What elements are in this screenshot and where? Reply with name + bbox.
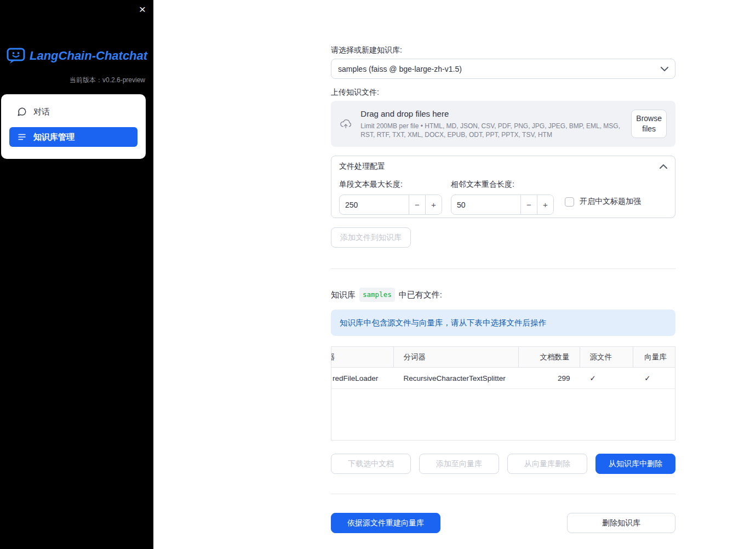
divider: [331, 494, 675, 494]
expander-header[interactable]: 文件处理配置: [331, 156, 675, 176]
cell-value: 299: [558, 374, 570, 382]
logo-chat-icon: [7, 47, 25, 65]
logo-text: LangChain-Chatchat: [30, 49, 147, 63]
chevron-up-icon: [660, 164, 667, 169]
zh-title-enhance-checkbox[interactable]: 开启中文标题加强: [565, 197, 641, 207]
cell-doc-count: 299: [519, 368, 581, 388]
increment-button[interactable]: +: [537, 195, 553, 214]
header-label: 向量库: [644, 352, 667, 362]
cell-source-file-check: ✓: [580, 368, 633, 388]
checkbox-label: 开启中文标题加强: [580, 197, 641, 207]
file-dropzone[interactable]: Drag and drop files here Limit 200MB per…: [331, 101, 675, 147]
download-selected-button[interactable]: 下载选中文档: [331, 454, 411, 474]
add-files-to-kb-button[interactable]: 添加文件到知识库: [331, 227, 411, 248]
cell-value: redFileLoader: [333, 374, 378, 382]
expander-title: 文件处理配置: [339, 162, 385, 171]
chunk-overlap-value[interactable]: [451, 195, 520, 214]
table-header-source-file[interactable]: 源文件: [580, 347, 633, 367]
chunk-overlap-field: 相邻文本重合长度: − +: [451, 180, 554, 215]
kb-bottom-actions: 依据源文件重建向量库 删除知识库: [331, 513, 675, 533]
main-area: 请选择或新建知识库: samples (faiss @ bge-large-zh…: [153, 0, 756, 549]
table-header-loader[interactable]: 器: [331, 347, 394, 367]
kb-name-code: samples: [359, 288, 395, 302]
header-label: 器: [331, 352, 335, 362]
kb-select-value: samples (faiss @ bge-large-zh-v1.5): [338, 65, 462, 73]
chunk-size-input[interactable]: − +: [339, 195, 442, 215]
dropzone-text: Drag and drop files here Limit 200MB per…: [360, 109, 622, 139]
nav-item-chat[interactable]: 对话: [9, 102, 138, 122]
cell-value: RecursiveCharacterTextSplitter: [404, 374, 506, 382]
sidebar-nav: 对话 知识库管理: [1, 94, 146, 159]
close-sidebar-icon[interactable]: ×: [139, 3, 146, 16]
checkbox-box[interactable]: [565, 197, 574, 207]
version-label: 当前版本：v0.2.6-preview: [70, 76, 145, 85]
add-to-vector-store-button[interactable]: 添加至向量库: [419, 454, 499, 474]
chunk-size-field: 单段文本最大长度: − +: [339, 180, 442, 215]
checkmark-icon: ✓: [644, 374, 650, 382]
dropzone-title: Drag and drop files here: [360, 109, 622, 118]
table-row[interactable]: redFileLoader RecursiveCharacterTextSpli…: [331, 368, 675, 389]
header-label: 文档数量: [540, 352, 569, 362]
increment-button[interactable]: +: [425, 195, 442, 214]
expander-body: 单段文本最大长度: − + 相邻文本重合长度: − +: [331, 176, 675, 215]
rebuild-vector-store-button[interactable]: 依据源文件重建向量库: [331, 513, 440, 533]
nav-item-label: 对话: [33, 107, 50, 117]
kb-management-panel: 请选择或新建知识库: samples (faiss @ bge-large-zh…: [331, 0, 675, 533]
chevron-down-icon: [661, 67, 668, 71]
cell-loader: redFileLoader: [331, 368, 394, 388]
dropzone-hint: Limit 200MB per file • HTML, MD, JSON, C…: [360, 122, 622, 139]
cell-vector-store-check: ✓: [633, 368, 675, 388]
kb-select[interactable]: samples (faiss @ bge-large-zh-v1.5): [331, 59, 675, 79]
kb-select-label: 请选择或新建知识库:: [331, 45, 675, 54]
chunk-size-label: 单段文本最大长度:: [339, 180, 442, 189]
nav-item-knowledge-base[interactable]: 知识库管理: [9, 127, 138, 147]
chunk-overlap-input[interactable]: − +: [451, 195, 554, 215]
app-logo: LangChain-Chatchat: [7, 47, 147, 65]
delete-kb-button[interactable]: 删除知识库: [567, 513, 675, 533]
info-banner: 知识库中包含源文件与向量库，请从下表中选择文件后操作: [331, 310, 675, 336]
kb-files-table: 器 分词器 文档数量 源文件 向量库 redFileLoader: [331, 346, 675, 441]
chunk-size-value[interactable]: [340, 195, 409, 214]
file-config-expander: 文件处理配置 单段文本最大长度: − + 相邻文本重合长度:: [331, 156, 675, 218]
decrement-button[interactable]: −: [520, 195, 537, 214]
delete-from-vector-store-button[interactable]: 从向量库删除: [507, 454, 587, 474]
chat-bubble-icon: [17, 107, 27, 117]
list-icon: [17, 132, 27, 142]
existing-files-line: 知识库 samples 中已有文件:: [331, 288, 675, 302]
browse-files-button[interactable]: Browse files: [631, 110, 667, 138]
checkmark-icon: ✓: [589, 374, 595, 382]
divider: [331, 268, 675, 269]
chunk-overlap-label: 相邻文本重合长度:: [451, 180, 554, 189]
decrement-button[interactable]: −: [409, 195, 425, 214]
file-action-row: 下载选中文档 添加至向量库 从向量库删除 从知识库中删除: [331, 454, 675, 474]
table-header-doc-count[interactable]: 文档数量: [519, 347, 581, 367]
sidebar: × LangChain-Chatchat 当前版本：v0.2.6-preview…: [0, 0, 153, 549]
existing-files-suffix: 中已有文件:: [399, 289, 442, 301]
table-header-vector-store[interactable]: 向量库: [633, 347, 675, 367]
cell-splitter: RecursiveCharacterTextSplitter: [394, 368, 519, 388]
nav-item-label: 知识库管理: [33, 132, 75, 142]
cloud-upload-icon: [340, 116, 352, 132]
existing-files-prefix: 知识库: [331, 289, 356, 301]
header-label: 分词器: [404, 352, 426, 362]
header-label: 源文件: [589, 352, 612, 362]
delete-from-kb-button[interactable]: 从知识库中删除: [595, 454, 675, 474]
table-header-splitter[interactable]: 分词器: [394, 347, 519, 367]
upload-label: 上传知识文件:: [331, 88, 675, 96]
table-header-row: 器 分词器 文档数量 源文件 向量库: [331, 347, 675, 368]
